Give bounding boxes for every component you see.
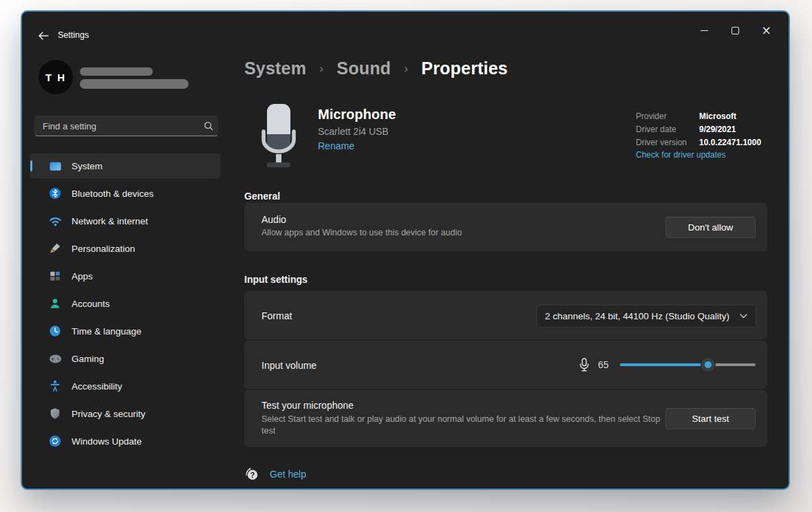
paintbrush-icon xyxy=(48,242,62,255)
sidebar-item-accounts[interactable]: Accounts xyxy=(30,291,220,316)
bluetooth-icon xyxy=(48,186,62,200)
sidebar-item-network[interactable]: Network & internet xyxy=(30,209,220,233)
driver-row: Provider Microsoft xyxy=(636,110,783,123)
sidebar-item-personalization[interactable]: Personalization xyxy=(30,236,220,261)
back-button[interactable] xyxy=(33,27,54,45)
person-icon xyxy=(48,297,62,310)
test-microphone-card: Test your microphone Select Start test a… xyxy=(244,390,767,447)
audio-permission-card: Audio Allow apps and Windows to use this… xyxy=(244,203,767,251)
svg-text:?: ? xyxy=(250,471,255,479)
redacted-name-bar xyxy=(80,67,153,76)
driver-row-label: Driver version xyxy=(636,136,699,149)
breadcrumb-sound[interactable]: Sound xyxy=(336,58,391,78)
redacted-email-bar xyxy=(80,79,189,89)
test-description: Select Start test and talk or play audio… xyxy=(261,414,671,437)
sidebar-item-label: Apps xyxy=(72,271,93,281)
sidebar-item-accessibility[interactable]: Accessibility xyxy=(30,374,220,398)
system-icon xyxy=(48,159,62,173)
selected-indicator xyxy=(30,160,32,171)
sidebar-item-bluetooth[interactable]: Bluetooth & devices xyxy=(30,181,220,206)
input-volume-label: Input volume xyxy=(261,360,317,371)
volume-slider-fill xyxy=(620,363,708,366)
input-volume-card: Input volume 65 xyxy=(244,341,767,389)
format-dropdown[interactable]: 2 channels, 24 bit, 44100 Hz (Studio Qua… xyxy=(536,305,756,328)
sidebar-nav: System Bluetooth & devices Network & int… xyxy=(30,153,220,456)
sidebar-item-label: System xyxy=(72,161,103,171)
check-driver-updates-link[interactable]: Check for driver updates xyxy=(636,150,726,160)
wifi-icon xyxy=(48,214,62,228)
gamepad-icon xyxy=(48,352,62,365)
sidebar-item-gaming[interactable]: Gaming xyxy=(30,346,220,371)
clock-icon xyxy=(48,324,62,338)
driver-row-value: 10.0.22471.1000 xyxy=(699,136,761,149)
volume-slider-thumb[interactable] xyxy=(701,358,715,372)
search-icon xyxy=(200,121,217,131)
sidebar-item-system[interactable]: System xyxy=(30,153,220,178)
volume-value: 65 xyxy=(598,359,610,370)
sidebar-item-label: Accounts xyxy=(72,299,110,309)
main-content: System › Sound › Properties Microphone S… xyxy=(244,12,789,489)
sidebar-item-label: Network & internet xyxy=(72,216,148,226)
chevron-right-icon: › xyxy=(404,62,408,75)
search-box[interactable] xyxy=(34,116,218,136)
breadcrumb-properties: Properties xyxy=(421,58,508,78)
shield-icon xyxy=(48,407,62,420)
driver-info: Provider Microsoft Driver date 9/29/2021… xyxy=(636,110,783,160)
chevron-down-icon xyxy=(740,314,747,319)
driver-row-label: Driver date xyxy=(636,123,699,136)
device-name: Microphone xyxy=(318,107,396,122)
sidebar: T H System Bluetooth & devices xyxy=(22,50,228,489)
audio-title: Audio xyxy=(261,214,462,225)
back-arrow-icon xyxy=(38,31,49,41)
accessibility-icon xyxy=(48,379,62,393)
format-label: Format xyxy=(261,310,292,321)
get-help-link[interactable]: Get help xyxy=(270,469,306,480)
driver-row-label: Provider xyxy=(636,110,699,123)
format-value: 2 channels, 24 bit, 44100 Hz (Studio Qua… xyxy=(545,311,729,321)
get-help-row[interactable]: ? Get help xyxy=(244,466,306,482)
sidebar-item-label: Privacy & security xyxy=(72,409,145,419)
avatar[interactable]: T H xyxy=(39,60,73,94)
sidebar-item-label: Gaming xyxy=(72,354,104,364)
search-input[interactable] xyxy=(35,121,200,131)
settings-window: Settings × T H System xyxy=(21,10,790,490)
audio-description: Allow apps and Windows to use this devic… xyxy=(261,228,462,237)
sidebar-item-label: Accessibility xyxy=(72,381,122,392)
start-test-button[interactable]: Start test xyxy=(665,408,756,429)
update-icon xyxy=(48,434,62,448)
driver-row: Driver version 10.0.22471.1000 xyxy=(636,136,783,149)
sidebar-item-privacy[interactable]: Privacy & security xyxy=(30,401,220,426)
device-model: Scarlett 2i4 USB xyxy=(318,126,396,137)
sidebar-item-label: Bluetooth & devices xyxy=(72,189,153,199)
driver-row-value: Microsoft xyxy=(699,110,736,123)
dont-allow-button[interactable]: Don't allow xyxy=(665,217,756,238)
help-icon: ? xyxy=(244,466,260,482)
volume-slider[interactable] xyxy=(620,358,756,372)
microphone-image xyxy=(256,103,301,171)
format-card: Format 2 channels, 24 bit, 44100 Hz (Stu… xyxy=(244,291,767,339)
driver-row: Driver date 9/29/2021 xyxy=(636,123,783,136)
sidebar-item-time-language[interactable]: Time & language xyxy=(30,319,220,343)
microphone-icon xyxy=(579,358,590,372)
test-title: Test your microphone xyxy=(261,400,671,411)
chevron-right-icon: › xyxy=(319,62,323,75)
sidebar-item-label: Time & language xyxy=(72,326,142,337)
rename-link[interactable]: Rename xyxy=(318,140,354,151)
sidebar-item-windows-update[interactable]: Windows Update xyxy=(30,429,220,454)
breadcrumb-system[interactable]: System xyxy=(244,58,306,78)
general-heading: General xyxy=(244,191,280,202)
apps-icon xyxy=(48,269,62,283)
sidebar-item-label: Windows Update xyxy=(72,436,142,447)
input-settings-heading: Input settings xyxy=(244,274,308,285)
driver-row-value: 9/29/2021 xyxy=(699,123,736,136)
sidebar-item-apps[interactable]: Apps xyxy=(30,264,220,288)
breadcrumb: System › Sound › Properties xyxy=(244,58,508,78)
sidebar-item-label: Personalization xyxy=(72,244,135,254)
app-title: Settings xyxy=(58,30,89,40)
